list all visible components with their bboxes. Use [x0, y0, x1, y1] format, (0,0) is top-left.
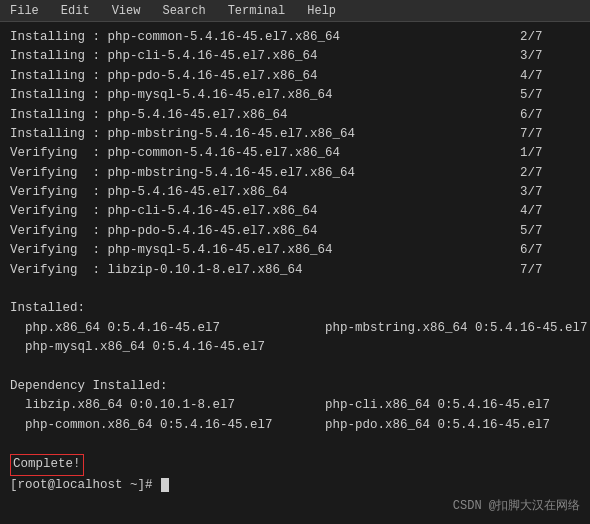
- terminal-line: Installing : php-5.4.16-45.el7.x86_64 6/…: [10, 106, 580, 125]
- terminal-line: Verifying : php-cli-5.4.16-45.el7.x86_64…: [10, 202, 580, 221]
- terminal-line: Verifying : php-mbstring-5.4.16-45.el7.x…: [10, 164, 580, 183]
- complete-text: Complete!: [10, 454, 84, 475]
- terminal-line: php.x86_64 0:5.4.16-45.el7 php-mbstring.…: [10, 319, 580, 338]
- terminal-line: Installing : php-mbstring-5.4.16-45.el7.…: [10, 125, 580, 144]
- cursor: [161, 478, 169, 492]
- terminal-output: Installing : php-common-5.4.16-45.el7.x8…: [10, 28, 580, 495]
- terminal-line: Installing : php-common-5.4.16-45.el7.x8…: [10, 28, 580, 47]
- menu-edit[interactable]: Edit: [57, 2, 94, 20]
- terminal-line: Verifying : php-5.4.16-45.el7.x86_64 3/7: [10, 183, 580, 202]
- terminal-line: php-mysql.x86_64 0:5.4.16-45.el7: [10, 338, 580, 357]
- menu-help[interactable]: Help: [303, 2, 340, 20]
- terminal-blank-line: [10, 435, 580, 454]
- terminal-body: Installing : php-common-5.4.16-45.el7.x8…: [0, 22, 590, 524]
- terminal-line: Verifying : php-common-5.4.16-45.el7.x86…: [10, 144, 580, 163]
- terminal-line: php-common.x86_64 0:5.4.16-45.el7 php-pd…: [10, 416, 580, 435]
- terminal-line: libzip.x86_64 0:0.10.1-8.el7 php-cli.x86…: [10, 396, 580, 415]
- menu-search[interactable]: Search: [158, 2, 209, 20]
- menu-view[interactable]: View: [108, 2, 145, 20]
- menu-terminal[interactable]: Terminal: [224, 2, 290, 20]
- terminal-line: Installed:: [10, 299, 580, 318]
- terminal-blank-line: [10, 357, 580, 376]
- terminal-blank-line: [10, 280, 580, 299]
- terminal-line: Installing : php-cli-5.4.16-45.el7.x86_6…: [10, 47, 580, 66]
- watermark: CSDN @扣脚大汉在网络: [453, 497, 580, 514]
- terminal-line: Verifying : php-mysql-5.4.16-45.el7.x86_…: [10, 241, 580, 260]
- terminal-line: Verifying : libzip-0.10.1-8.el7.x86_64 7…: [10, 261, 580, 280]
- terminal-line: Dependency Installed:: [10, 377, 580, 396]
- terminal-complete-line: Complete!: [10, 454, 580, 475]
- terminal-line: Installing : php-mysql-5.4.16-45.el7.x86…: [10, 86, 580, 105]
- terminal-line: Verifying : php-pdo-5.4.16-45.el7.x86_64…: [10, 222, 580, 241]
- menu-file[interactable]: File: [6, 2, 43, 20]
- terminal-line: Installing : php-pdo-5.4.16-45.el7.x86_6…: [10, 67, 580, 86]
- menu-bar: File Edit View Search Terminal Help: [0, 0, 590, 22]
- terminal-prompt: [root@localhost ~]#: [10, 476, 580, 495]
- prompt-text: [root@localhost ~]#: [10, 476, 160, 495]
